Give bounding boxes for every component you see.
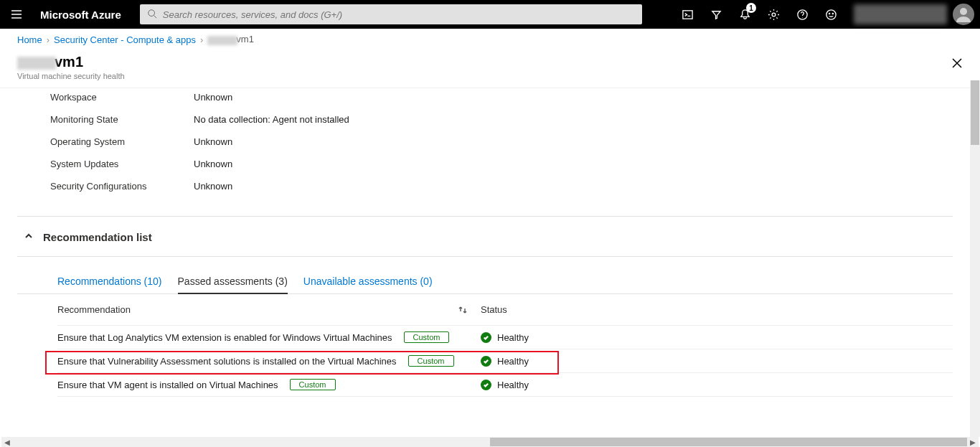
healthy-check-icon xyxy=(481,356,491,367)
tab-unavailable-assessments[interactable]: Unavailable assessments (0) xyxy=(303,276,433,293)
status-text: Healthy xyxy=(497,356,529,367)
sort-icon[interactable] xyxy=(458,305,468,315)
table-row[interactable]: Ensure that VM agent is installed on Vir… xyxy=(57,372,953,397)
recommendation-text: Ensure that Vulnerability Assessment sol… xyxy=(57,356,397,367)
tab-passed-assessments[interactable]: Passed assessments (3) xyxy=(178,276,288,294)
prop-row: Operating SystemUnknown xyxy=(50,131,970,153)
notifications-icon[interactable]: 1 xyxy=(730,0,759,29)
table-row[interactable]: Ensure that Log Analytics VM extension i… xyxy=(57,325,953,349)
properties-block: WorkspaceUnknown Monitoring StateNo data… xyxy=(0,80,970,216)
breadcrumb: Home › Security Center - Compute & apps … xyxy=(0,29,980,50)
notification-badge: 1 xyxy=(746,3,756,13)
svg-point-5 xyxy=(829,13,829,14)
page-subtitle: Virtual machine security health xyxy=(17,72,948,80)
healthy-check-icon xyxy=(481,332,491,343)
svg-point-7 xyxy=(960,8,967,15)
prop-row: WorkspaceUnknown xyxy=(50,86,970,108)
breadcrumb-current: vm1 xyxy=(207,34,254,44)
section-title: Recommendation list xyxy=(43,231,152,243)
directory-filter-icon[interactable] xyxy=(702,0,730,29)
svg-point-4 xyxy=(826,9,835,19)
table-row[interactable]: Ensure that Vulnerability Assessment sol… xyxy=(57,349,953,372)
redacted xyxy=(207,36,237,45)
close-blade-button[interactable] xyxy=(948,55,966,72)
account-name-redacted xyxy=(854,4,947,24)
breadcrumb-security-center[interactable]: Security Center - Compute & apps xyxy=(54,34,196,45)
topbar-icons: 1 xyxy=(673,0,845,29)
scroll-left-arrow[interactable]: ◄ xyxy=(1,437,13,447)
custom-badge: Custom xyxy=(408,355,454,367)
redacted xyxy=(17,57,56,70)
custom-badge: Custom xyxy=(404,331,450,343)
custom-badge: Custom xyxy=(290,379,336,390)
breadcrumb-home[interactable]: Home xyxy=(17,34,42,45)
scroll-right-arrow[interactable]: ► xyxy=(967,437,979,447)
avatar[interactable] xyxy=(953,4,974,25)
chevron-up-icon xyxy=(24,232,33,243)
page-title: vm1 xyxy=(17,53,948,70)
settings-gear-icon[interactable] xyxy=(759,0,788,29)
svg-point-0 xyxy=(149,9,155,16)
prop-row: Monitoring StateNo data collection: Agen… xyxy=(50,108,970,131)
feedback-smiley-icon[interactable] xyxy=(816,0,845,29)
content-scroll[interactable]: WorkspaceUnknown Monitoring StateNo data… xyxy=(0,80,970,437)
cloud-shell-icon[interactable] xyxy=(673,0,702,29)
section-toggle[interactable]: Recommendation list xyxy=(17,231,953,243)
search-icon xyxy=(147,9,163,21)
col-status[interactable]: Status xyxy=(481,304,624,315)
recommendation-list-section: Recommendation list xyxy=(17,216,953,257)
recommendation-text: Ensure that VM agent is installed on Vir… xyxy=(57,380,278,390)
prop-row: System UpdatesUnknown xyxy=(50,153,970,175)
hamburger-menu-button[interactable] xyxy=(0,0,33,29)
assessments-table: Recommendation Status Ensure that Log An… xyxy=(17,294,953,397)
status-text: Healthy xyxy=(497,380,529,390)
vertical-scrollbar[interactable] xyxy=(970,80,980,437)
brand-label[interactable]: Microsoft Azure xyxy=(33,9,136,21)
healthy-check-icon xyxy=(481,380,491,390)
help-icon[interactable] xyxy=(788,0,816,29)
svg-point-6 xyxy=(832,13,833,14)
table-header-row: Recommendation Status xyxy=(57,294,953,325)
account-block[interactable] xyxy=(845,0,980,29)
recommendation-text: Ensure that Log Analytics VM extension i… xyxy=(57,332,392,343)
prop-row: Security ConfigurationsUnknown xyxy=(50,175,970,197)
tabs: Recommendations (10) Passed assessments … xyxy=(17,257,953,294)
status-text: Healthy xyxy=(497,332,529,343)
breadcrumb-sep: › xyxy=(47,34,50,45)
breadcrumb-sep: › xyxy=(200,34,203,45)
col-recommendation[interactable]: Recommendation xyxy=(57,304,481,315)
svg-point-2 xyxy=(772,13,776,17)
global-header: Microsoft Azure 1 xyxy=(0,0,980,29)
tab-recommendations[interactable]: Recommendations (10) xyxy=(57,276,162,293)
global-search[interactable] xyxy=(140,4,642,24)
horizontal-scrollbar[interactable]: ◄ ► xyxy=(1,437,979,447)
search-input[interactable] xyxy=(163,9,635,20)
